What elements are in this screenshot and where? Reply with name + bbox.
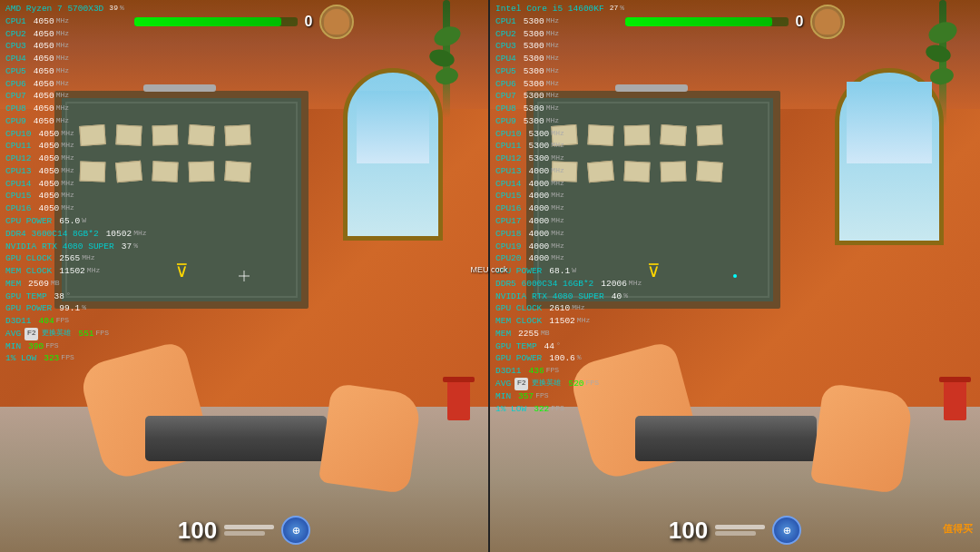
avatar-face-right <box>815 9 840 34</box>
ammo-right <box>715 525 765 536</box>
health-bar-bg-right <box>625 17 789 26</box>
blackboard-left: ⊽ <box>54 91 309 309</box>
target-icon-left: ⊽ <box>171 261 192 283</box>
paper-left-6 <box>80 162 106 182</box>
vine-leaf-right-2 <box>924 43 953 65</box>
ability-icon-left: ⊕ <box>281 516 310 545</box>
hud-bottom-left: 100 ⊕ <box>0 516 488 545</box>
ammo-bar-1-left <box>224 525 274 529</box>
paper-left-9 <box>189 162 215 182</box>
paper-right-10 <box>696 161 722 182</box>
hand-right-right <box>810 383 914 495</box>
health-bar-fill-left <box>134 17 281 26</box>
health-bar-bg-left <box>134 17 298 26</box>
ability-icon-right: ⊕ <box>772 516 801 545</box>
paper-left-10 <box>224 161 250 182</box>
hand-right-left <box>318 383 422 495</box>
crosshair-right <box>733 274 737 278</box>
avatar-face-left <box>324 9 349 34</box>
hud-bottom-right: 100 ⊕ 值得买 <box>490 516 980 545</box>
target-icon-right: ⊽ <box>642 261 664 283</box>
paper-left-3 <box>152 125 179 146</box>
paper-right-4 <box>660 124 686 146</box>
lamp-right <box>615 84 688 92</box>
gun-body-left <box>145 416 327 461</box>
ammo-bar-1-right <box>715 525 765 529</box>
paper-left-8 <box>152 161 178 182</box>
score-right: 0 <box>796 14 804 30</box>
paper-right-8 <box>623 161 650 182</box>
paper-left-2 <box>115 124 142 145</box>
arch-sky-right <box>847 82 932 163</box>
left-panel: ⊽ AMD Ryze <box>0 0 490 552</box>
ammo-bar-2-left <box>224 531 265 536</box>
gun-body-right <box>635 416 817 461</box>
avatar-left <box>319 5 354 39</box>
paper-right-7 <box>587 161 614 182</box>
health-bar-fill-right <box>625 17 772 26</box>
health-value-left: 100 <box>178 517 217 545</box>
paper-right-9 <box>661 162 687 182</box>
ammo-bar-2-right <box>715 531 756 536</box>
watermark-right: 值得买 <box>943 522 973 536</box>
hud-top-left: 0 <box>0 5 488 39</box>
game-container: ⊽ AMD Ryze <box>0 0 980 552</box>
lamp-left <box>143 84 216 92</box>
paper-right-1 <box>551 124 577 146</box>
hud-top-right: 0 <box>490 5 980 39</box>
paper-right-2 <box>587 124 613 145</box>
vine-leaf-right-3 <box>929 66 956 86</box>
meu-cock-label: MEU cock <box>470 265 507 274</box>
health-value-right: 100 <box>669 517 708 545</box>
paper-left-4 <box>188 124 214 146</box>
ammo-left <box>224 525 274 536</box>
paper-right-3 <box>624 125 651 146</box>
right-panel: ⊽ Intel Core i5 14600KF 27%CPU15300MHzCP… <box>490 0 980 552</box>
score-left: 0 <box>305 14 313 30</box>
arch-sky-left <box>357 91 429 163</box>
paper-left-1 <box>79 124 105 146</box>
blackboard-right: ⊽ <box>526 91 780 309</box>
paper-right-5 <box>696 124 722 145</box>
avatar-right <box>810 5 845 39</box>
paper-right-6 <box>552 162 578 182</box>
crosshair-left <box>239 271 250 281</box>
paper-left-7 <box>115 161 142 182</box>
paper-left-5 <box>224 124 250 145</box>
